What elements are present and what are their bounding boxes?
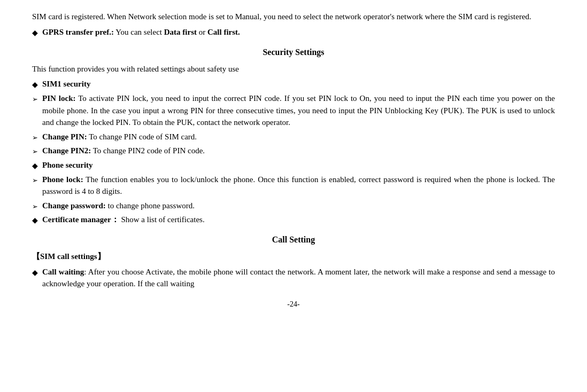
certificate-content: Certificate manager： Show a list of cert… — [42, 214, 555, 226]
diamond-icon-3: ◆ — [32, 160, 38, 171]
diamond-icon-2: ◆ — [32, 79, 38, 90]
phone-lock-content: Phone lock: The function enables you to … — [42, 174, 555, 198]
change-password-label: Change password: — [42, 201, 106, 210]
gprs-text: You can select — [114, 28, 164, 36]
phone-security-label: Phone security — [42, 161, 93, 169]
gprs-or: or — [197, 28, 207, 36]
change-pin2-item: ➢ Change PIN2: To change PIN2 code of PI… — [32, 145, 555, 157]
certificate-label: Certificate manager： — [42, 215, 119, 224]
security-settings-heading: Security Settings — [32, 46, 555, 59]
phone-security-item: ◆ Phone security — [32, 159, 555, 171]
phone-security-content: Phone security — [42, 159, 555, 171]
sim1-security-item: ◆ SIM1 security — [32, 78, 555, 90]
change-password-text: to change phone password. — [106, 201, 195, 210]
call-waiting-item: ◆ Call waiting: After you choose Activat… — [32, 266, 555, 290]
phone-lock-text: The function enables you to lock/unlock … — [42, 175, 555, 196]
certificate-text: Show a list of certificates. — [119, 215, 205, 224]
certificate-item: ◆ Certificate manager： Show a list of ce… — [32, 214, 555, 226]
call-waiting-content: Call waiting: After you choose Activate,… — [42, 266, 555, 290]
arrow-icon-1: ➢ — [32, 94, 38, 105]
change-pin2-text: To change PIN2 code of PIN code. — [91, 146, 205, 155]
pin-lock-item: ➢ PIN lock: To activate PIN lock, you ne… — [32, 92, 555, 129]
diamond-icon-4: ◆ — [32, 215, 38, 226]
change-pin-text: To change PIN code of SIM card. — [87, 132, 197, 141]
sim1-security-label: SIM1 security — [42, 80, 90, 88]
gprs-content: GPRS transfer pref.: You can select Data… — [42, 26, 555, 38]
pin-lock-text: To activate PIN lock, you need to input … — [42, 94, 555, 127]
intro-line1: SIM card is registered. When Network sel… — [32, 11, 555, 23]
pin-lock-content: PIN lock: To activate PIN lock, you need… — [42, 92, 555, 129]
gprs-label: GPRS transfer pref.: — [42, 28, 114, 36]
call-setting-heading: Call Setting — [32, 233, 555, 246]
pin-lock-label: PIN lock: — [42, 94, 76, 103]
gprs-bold2: Call first. — [207, 28, 240, 36]
phone-lock-item: ➢ Phone lock: The function enables you t… — [32, 174, 555, 198]
sim-call-heading: 【SIM call settings】 — [32, 250, 555, 263]
change-password-content: Change password: to change phone passwor… — [42, 200, 555, 212]
sim1-label: SIM1 security — [42, 78, 555, 90]
arrow-icon-2: ➢ — [32, 132, 38, 143]
arrow-icon-4: ➢ — [32, 175, 38, 186]
diamond-icon: ◆ — [32, 27, 38, 38]
arrow-icon-5: ➢ — [32, 201, 38, 212]
change-pin2-label: Change PIN2: — [42, 146, 91, 155]
page-number: -24- — [32, 299, 555, 310]
gprs-bold1: Data first — [164, 28, 197, 36]
change-password-item: ➢ Change password: to change phone passw… — [32, 200, 555, 212]
security-intro: This function provides you with related … — [32, 63, 555, 75]
call-waiting-text: : After you choose Activate, the mobile … — [42, 268, 555, 288]
gprs-item: ◆ GPRS transfer pref.: You can select Da… — [32, 26, 555, 38]
change-pin-item: ➢ Change PIN: To change PIN code of SIM … — [32, 131, 555, 143]
diamond-icon-5: ◆ — [32, 267, 38, 278]
phone-lock-label: Phone lock: — [42, 175, 83, 184]
intro-paragraph: SIM card is registered. When Network sel… — [32, 11, 555, 23]
call-waiting-label: Call waiting — [42, 268, 84, 276]
change-pin-content: Change PIN: To change PIN code of SIM ca… — [42, 131, 555, 143]
change-pin2-content: Change PIN2: To change PIN2 code of PIN … — [42, 145, 555, 157]
change-pin-label: Change PIN: — [42, 132, 87, 141]
arrow-icon-3: ➢ — [32, 146, 38, 157]
